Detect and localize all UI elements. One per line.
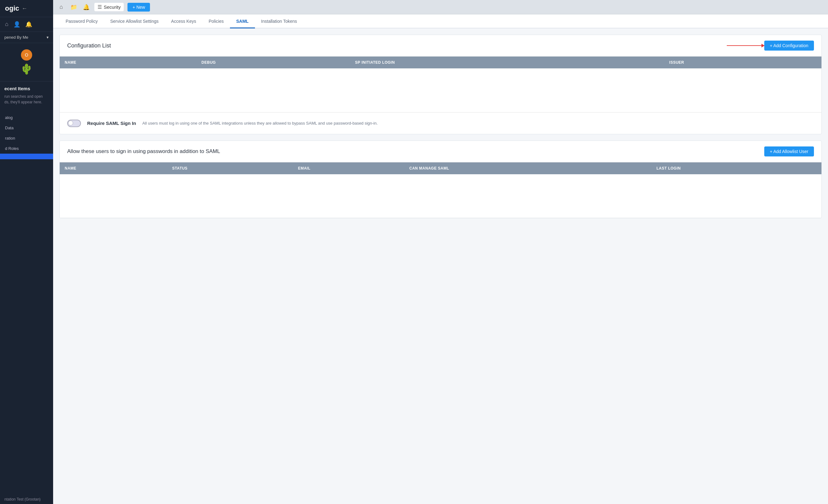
section-title-block: ☰ Security bbox=[94, 3, 124, 11]
configuration-list-panel: Configuration List + Add Configuration N… bbox=[59, 35, 822, 134]
recent-items-title: ecent Items bbox=[4, 86, 49, 91]
home-icon[interactable]: ⌂ bbox=[5, 21, 8, 28]
require-saml-description: All users must log in using one of the S… bbox=[142, 120, 377, 127]
arrow-line bbox=[727, 45, 764, 46]
top-navigation: ⌂ 📁 🔔 ☰ Security + New bbox=[53, 0, 828, 14]
tab-installation-tokens-label: Installation Tokens bbox=[261, 19, 297, 24]
config-list-header: Configuration List + Add Configuration bbox=[60, 35, 821, 56]
bell-icon[interactable]: 🔔 bbox=[25, 21, 32, 28]
sidebar-item-active[interactable] bbox=[0, 154, 53, 159]
add-config-arrow-area: + Add Configuration bbox=[727, 41, 814, 51]
require-saml-section: Require SAML Sign In All users must log … bbox=[60, 112, 821, 134]
avatar: O bbox=[21, 49, 32, 60]
allowlist-table-head: NAME STATUS EMAIL CAN MANAGE SAML LAST L… bbox=[60, 163, 821, 174]
tab-access-keys-label: Access Keys bbox=[171, 19, 196, 24]
sidebar-item-catalog[interactable]: alog bbox=[0, 112, 53, 123]
allowlist-header: Allow these users to sign in using passw… bbox=[60, 141, 821, 163]
allowlist-col-can-manage-saml: CAN MANAGE SAML bbox=[404, 163, 652, 174]
add-configuration-button[interactable]: + Add Configuration bbox=[764, 41, 814, 51]
config-table-body bbox=[60, 68, 821, 112]
sidebar-icon-row: ⌂ 👤 🔔 bbox=[0, 17, 53, 32]
bell-nav-btn[interactable]: 🔔 bbox=[81, 2, 92, 13]
allowlist-table-empty-cell bbox=[60, 174, 821, 218]
allowlist-table-empty-row bbox=[60, 174, 821, 218]
owned-by-label: pened By Me bbox=[4, 35, 29, 40]
sidebar-item-integration-label: ration bbox=[5, 136, 15, 140]
allowlist-table-body bbox=[60, 174, 821, 218]
section-title: Security bbox=[104, 4, 121, 10]
recent-items-desc: run searches and opends, they'll appear … bbox=[4, 94, 49, 105]
files-nav-btn[interactable]: 📁 bbox=[68, 2, 79, 13]
allowlist-col-last-login: LAST LOGIN bbox=[652, 163, 821, 174]
section-icon: ☰ bbox=[97, 4, 102, 10]
sidebar-logo: ogic ← bbox=[0, 0, 53, 17]
tabs-bar: Password Policy Service Allowlist Settin… bbox=[53, 14, 828, 29]
sidebar-item-data-label: Data bbox=[5, 126, 13, 130]
tab-policies-label: Policies bbox=[209, 19, 224, 24]
owned-by-filter[interactable]: pened By Me ▾ bbox=[0, 32, 53, 43]
tab-installation-tokens[interactable]: Installation Tokens bbox=[255, 14, 303, 29]
sidebar-item-roles-label: d Roles bbox=[5, 146, 19, 151]
allowlist-col-status: STATUS bbox=[167, 163, 293, 174]
sidebar-item-integration[interactable]: ration bbox=[0, 133, 53, 143]
tab-service-allowlist-label: Service Allowlist Settings bbox=[110, 19, 159, 24]
col-issuer: ISSUER bbox=[664, 56, 821, 68]
allowlist-col-name: NAME bbox=[60, 163, 167, 174]
chevron-down-icon: ▾ bbox=[47, 35, 49, 40]
config-table-empty-cell bbox=[60, 68, 821, 112]
sidebar-avatar-area: O 🌵 bbox=[0, 43, 53, 82]
sidebar: ogic ← ⌂ 👤 🔔 pened By Me ▾ O 🌵 ecent Ite… bbox=[0, 0, 53, 504]
new-btn-label: New bbox=[136, 5, 145, 10]
config-table: NAME DEBUG SP INITIATED LOGIN ISSUER bbox=[60, 56, 821, 112]
new-button[interactable]: + New bbox=[127, 3, 150, 11]
person-icon[interactable]: 👤 bbox=[13, 21, 20, 28]
allowlist-table: NAME STATUS EMAIL CAN MANAGE SAML LAST L… bbox=[60, 163, 821, 218]
back-arrow-icon[interactable]: ← bbox=[22, 5, 27, 12]
new-btn-plus-icon: + bbox=[132, 5, 135, 10]
tab-policies[interactable]: Policies bbox=[203, 14, 230, 29]
allowlist-col-email: EMAIL bbox=[293, 163, 404, 174]
tab-password-policy[interactable]: Password Policy bbox=[59, 14, 104, 29]
recent-items-section: ecent Items run searches and opends, the… bbox=[0, 82, 53, 109]
config-table-head: NAME DEBUG SP INITIATED LOGIN ISSUER bbox=[60, 56, 821, 68]
logo-text: ogic bbox=[5, 4, 19, 12]
tab-access-keys[interactable]: Access Keys bbox=[165, 14, 203, 29]
sidebar-item-data[interactable]: Data bbox=[0, 123, 53, 133]
main-content: ⌂ 📁 🔔 ☰ Security + New Password Policy S… bbox=[53, 0, 828, 504]
allowlist-header-row: NAME STATUS EMAIL CAN MANAGE SAML LAST L… bbox=[60, 163, 821, 174]
col-sp-initiated-login: SP INITIATED LOGIN bbox=[350, 56, 664, 68]
sidebar-item-roles[interactable]: d Roles bbox=[0, 143, 53, 154]
allowlist-panel: Allow these users to sign in using passw… bbox=[59, 140, 822, 219]
col-name: NAME bbox=[60, 56, 197, 68]
sidebar-item-catalog-label: alog bbox=[5, 115, 13, 120]
tab-saml[interactable]: SAML bbox=[230, 14, 255, 29]
sidebar-nav: alog Data ration d Roles bbox=[0, 109, 53, 495]
add-allowlist-user-button[interactable]: + Add Allowlist User bbox=[764, 146, 814, 156]
require-saml-label: Require SAML Sign In bbox=[87, 121, 136, 126]
sidebar-footer-item[interactable]: ntation Test (Grootan) bbox=[0, 495, 53, 504]
toggle-knob bbox=[68, 121, 73, 126]
tab-service-allowlist[interactable]: Service Allowlist Settings bbox=[104, 14, 165, 29]
config-table-empty-row bbox=[60, 68, 821, 112]
config-list-title: Configuration List bbox=[67, 42, 111, 49]
home-nav-btn[interactable]: ⌂ bbox=[56, 2, 67, 13]
content-area: Configuration List + Add Configuration N… bbox=[53, 29, 828, 504]
tab-saml-label: SAML bbox=[236, 19, 249, 24]
tab-password-policy-label: Password Policy bbox=[66, 19, 98, 24]
config-table-header-row: NAME DEBUG SP INITIATED LOGIN ISSUER bbox=[60, 56, 821, 68]
cactus-decoration: 🌵 bbox=[20, 63, 33, 75]
col-debug: DEBUG bbox=[197, 56, 350, 68]
allowlist-title: Allow these users to sign in using passw… bbox=[67, 148, 220, 154]
require-saml-toggle[interactable] bbox=[67, 120, 81, 127]
